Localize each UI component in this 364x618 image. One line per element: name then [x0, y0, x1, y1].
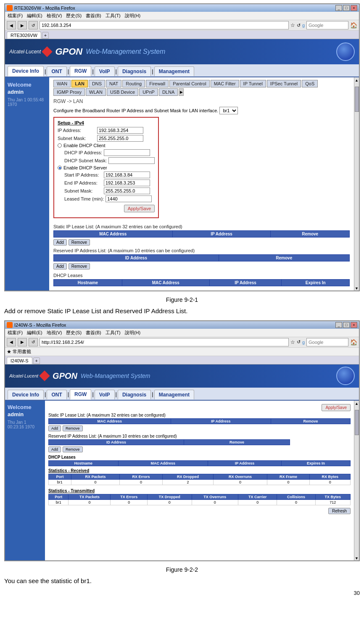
apply-save-button-2[interactable]: Apply/Save [322, 404, 351, 411]
static-add-button-1[interactable]: Add [53, 239, 67, 246]
router-scrollbar-1[interactable]: ▲ ▼ [354, 77, 359, 291]
apply-save-button-1[interactable]: Apply/Save [124, 205, 155, 212]
menu2-view[interactable]: 地視(V) [46, 330, 63, 336]
browser-tab-2[interactable]: I240W-S [7, 357, 32, 364]
scroll-up-button[interactable]: ▲ [355, 78, 359, 82]
nav2-rgw[interactable]: RGW [70, 389, 91, 400]
subtab-routing[interactable]: Routing [122, 80, 145, 87]
subtab-dlna[interactable]: DLNA [159, 88, 178, 96]
address-bar-2[interactable] [40, 338, 289, 346]
static-remove-button-1[interactable]: Remove [69, 239, 90, 246]
minimize-button[interactable]: _ [335, 5, 342, 11]
menu-file[interactable]: 檔案(F) [7, 13, 24, 19]
menu-tools[interactable]: 工具(T) [105, 13, 121, 19]
nav-rgw[interactable]: RGW [70, 66, 91, 77]
back-button[interactable]: ◀ [7, 21, 16, 29]
refresh-icon-2[interactable]: ↺ [297, 339, 301, 345]
subtab-qos[interactable]: QoS [302, 80, 318, 87]
menu2-file[interactable]: 檔案(F) [7, 330, 24, 336]
maximize-button[interactable]: □ [343, 5, 350, 11]
subtab-wan[interactable]: WAN [53, 80, 71, 87]
menu-view[interactable]: 檢視(V) [46, 13, 63, 19]
subtab-dns[interactable]: DNS [89, 80, 105, 87]
router-scrollbar-2[interactable]: ▲ ▼ [354, 401, 359, 560]
dhcp-ip-input[interactable] [104, 149, 150, 156]
forward-button-2[interactable]: ▶ [18, 338, 27, 346]
subtab-upnp[interactable]: UPnP [139, 88, 158, 96]
nav-device-info[interactable]: Device Info [8, 66, 44, 77]
server-subnet-input[interactable] [104, 188, 150, 194]
menu-bookmarks[interactable]: 書簽(B) [85, 13, 102, 19]
close-button[interactable]: × [351, 5, 357, 11]
nav2-diagnosis[interactable]: Diagnosis [118, 390, 151, 399]
scroll-thumb-2[interactable] [355, 410, 359, 435]
subtab-wlan[interactable]: WLAN [86, 88, 106, 96]
menu-history[interactable]: 歷史(S) [65, 13, 82, 19]
reload-button-2[interactable]: ↺ [29, 338, 38, 346]
nav2-device-info[interactable]: Device Info [8, 390, 44, 399]
menu2-history[interactable]: 歷史(S) [65, 330, 82, 336]
subtab-parental[interactable]: Parental Control [169, 80, 210, 87]
nav-ont[interactable]: ONT [47, 66, 66, 76]
br-select-1[interactable]: br1 [219, 107, 238, 114]
reserved-remove-button-2[interactable]: Remove [63, 446, 83, 452]
subtab-firewall[interactable]: Firewall [146, 80, 169, 87]
close-button-2[interactable]: × [351, 322, 357, 328]
menu-edit[interactable]: 編輯(E) [26, 13, 43, 19]
refresh-icon[interactable]: ↺ [297, 23, 301, 28]
dhcp-client-radio[interactable] [58, 143, 62, 148]
refresh-button[interactable]: Refresh [328, 508, 351, 514]
search-input-1[interactable] [306, 21, 348, 29]
home-icon-2[interactable]: 🏠 [350, 339, 357, 346]
lease-time-input[interactable] [106, 195, 152, 202]
subtab-ip-tunnel[interactable]: IP Tunnel [240, 80, 266, 87]
reload-button[interactable]: ↺ [29, 21, 38, 29]
subtab-usb[interactable]: USB Device [107, 88, 138, 96]
subtab-mac-filter[interactable]: MAC Filter [211, 80, 239, 87]
menu2-edit[interactable]: 編輯(E) [26, 330, 43, 336]
new-tab-button-2[interactable]: + [33, 357, 40, 364]
static-remove-button-2[interactable]: Remove [63, 425, 83, 431]
browser-tab-1[interactable]: RTE3026VW [7, 32, 41, 39]
dhcp-server-radio[interactable] [58, 166, 62, 170]
win-controls-1[interactable]: _ □ × [335, 5, 357, 11]
end-ip-input[interactable] [104, 180, 150, 186]
nav-voip[interactable]: VoIP [95, 66, 115, 76]
subtab-nat[interactable]: NAT [106, 80, 121, 87]
nav-management[interactable]: Management [154, 66, 194, 76]
reserved-add-button-2[interactable]: Add [48, 446, 61, 452]
nav2-ont[interactable]: ONT [47, 390, 66, 399]
subtab-lan[interactable]: LAN [71, 80, 88, 87]
subnet-mask-input[interactable] [97, 135, 143, 142]
win-controls-2[interactable]: _ □ × [335, 322, 357, 328]
home-icon[interactable]: 🏠 [350, 22, 357, 29]
nav2-management[interactable]: Management [154, 390, 194, 399]
minimize-button-2[interactable]: _ [335, 322, 342, 328]
menu2-bookmarks[interactable]: 書簽(B) [85, 330, 102, 336]
scroll-thumb-1[interactable] [355, 87, 359, 112]
browser-toolbar-2: ◀ ▶ ↺ ☆ ↺ g 🏠 [5, 337, 359, 348]
ip-address-input[interactable] [97, 127, 143, 134]
address-bar-1[interactable] [40, 21, 289, 29]
scroll-down-button-2[interactable]: ▼ [355, 556, 359, 560]
nav2-voip[interactable]: VoIP [95, 390, 115, 399]
scroll-up-button-2[interactable]: ▲ [355, 401, 359, 406]
static-add-button-2[interactable]: Add [48, 425, 61, 431]
reserved-remove-button-1[interactable]: Remove [69, 263, 90, 269]
reserved-add-button-1[interactable]: Add [53, 263, 67, 269]
sub-nav-scroll[interactable]: ▶ [179, 88, 184, 96]
maximize-button-2[interactable]: □ [343, 322, 350, 328]
dhcp-subnet-input[interactable] [108, 157, 155, 164]
new-tab-button-1[interactable]: + [42, 32, 49, 39]
search-input-2[interactable] [306, 338, 348, 346]
subtab-igmp[interactable]: IGMP Proxy [53, 88, 85, 96]
scroll-down-button[interactable]: ▼ [355, 286, 359, 291]
subtab-ipsec[interactable]: IPSec Tunnel [267, 80, 301, 87]
start-ip-input[interactable] [104, 172, 150, 178]
menu2-tools[interactable]: 工具(T) [105, 330, 121, 336]
forward-button[interactable]: ▶ [18, 21, 27, 29]
back-button-2[interactable]: ◀ [7, 338, 16, 346]
menu2-help[interactable]: 說明(H) [124, 330, 141, 336]
menu-help[interactable]: 說明(H) [124, 13, 141, 19]
nav-diagnosis[interactable]: Diagnosis [118, 66, 151, 76]
